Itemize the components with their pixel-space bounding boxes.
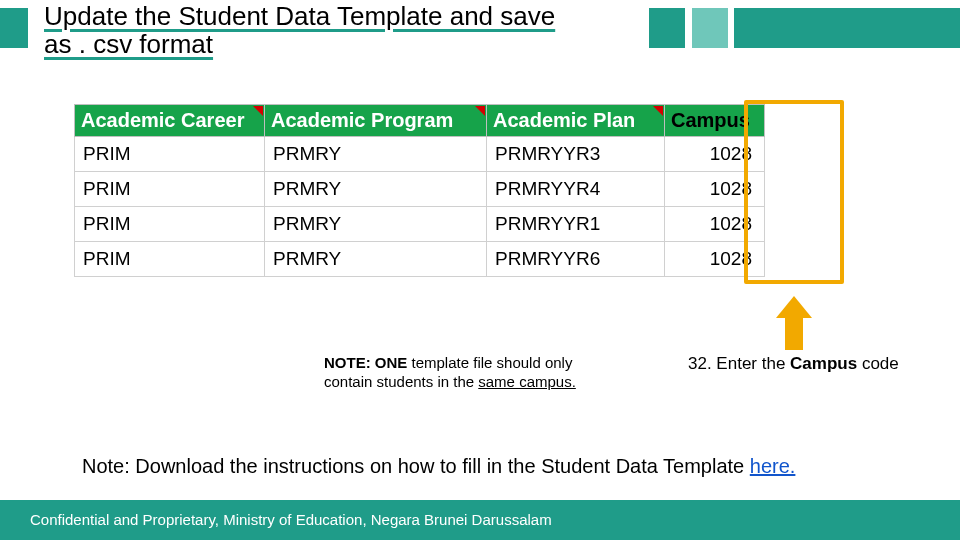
accent-bar-r1 xyxy=(649,8,685,48)
footer-bar: Confidential and Proprietary, Ministry o… xyxy=(0,500,960,540)
cell-career: PRIM xyxy=(75,137,265,172)
cell-program: PRMRY xyxy=(265,242,487,277)
table-row: PRIM PRMRY PRMRYYR1 1028 xyxy=(75,207,765,242)
accent-bar-left xyxy=(0,8,28,48)
highlight-rectangle xyxy=(744,100,844,284)
note-same-campus: NOTE: ONE template file should only cont… xyxy=(324,354,624,392)
th-academic-career: Academic Career xyxy=(75,105,265,137)
th-academic-program: Academic Program xyxy=(265,105,487,137)
cell-plan: PRMRYYR3 xyxy=(487,137,665,172)
note-download: Note: Download the instructions on how t… xyxy=(82,455,882,478)
table-header-row: Academic Career Academic Program Academi… xyxy=(75,105,765,137)
data-table-wrap: Academic Career Academic Program Academi… xyxy=(74,104,834,277)
accent-bar-r2 xyxy=(692,8,728,48)
cell-career: PRIM xyxy=(75,172,265,207)
comment-icon xyxy=(475,106,485,116)
cell-program: PRMRY xyxy=(265,207,487,242)
cell-career: PRIM xyxy=(75,207,265,242)
slide: Update the Student Data Template and sav… xyxy=(0,0,960,540)
cell-plan: PRMRYYR1 xyxy=(487,207,665,242)
comment-icon xyxy=(253,106,263,116)
cell-program: PRMRY xyxy=(265,172,487,207)
footer-text: Confidential and Proprietary, Ministry o… xyxy=(30,511,552,528)
table-row: PRIM PRMRY PRMRYYR6 1028 xyxy=(75,242,765,277)
download-link[interactable]: here. xyxy=(750,455,796,477)
comment-icon xyxy=(653,106,663,116)
th-academic-plan: Academic Plan xyxy=(487,105,665,137)
table-row: PRIM PRMRY PRMRYYR4 1028 xyxy=(75,172,765,207)
data-table: Academic Career Academic Program Academi… xyxy=(74,104,765,277)
up-arrow-icon xyxy=(776,296,812,350)
accent-bar-r3 xyxy=(734,8,960,48)
page-title: Update the Student Data Template and sav… xyxy=(44,2,589,58)
cell-program: PRMRY xyxy=(265,137,487,172)
cell-career: PRIM xyxy=(75,242,265,277)
step-instruction: 32. Enter the Campus code xyxy=(688,354,899,374)
title-bar: Update the Student Data Template and sav… xyxy=(0,0,960,58)
table-row: PRIM PRMRY PRMRYYR3 1028 xyxy=(75,137,765,172)
cell-plan: PRMRYYR4 xyxy=(487,172,665,207)
cell-plan: PRMRYYR6 xyxy=(487,242,665,277)
